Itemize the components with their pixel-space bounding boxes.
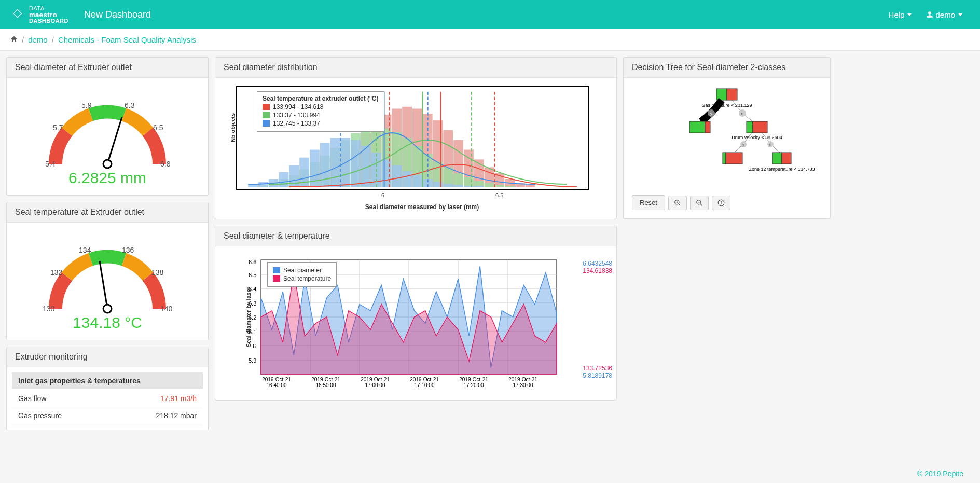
- y-axis-label: Nb objects: [230, 113, 236, 142]
- breadcrumb-home[interactable]: [10, 35, 18, 44]
- svg-point-23: [103, 160, 112, 168]
- help-menu[interactable]: Help: [881, 6, 919, 23]
- svg-rect-65: [351, 140, 361, 187]
- svg-rect-35: [248, 185, 258, 187]
- svg-text:138: 138: [151, 268, 164, 277]
- svg-rect-170: [705, 121, 710, 133]
- svg-text:2019-Oct-21: 2019-Oct-21: [459, 377, 488, 382]
- svg-rect-106: [494, 185, 504, 187]
- gauge-diameter-card: Seal diameter at Extruder outlet 5.4 5.7…: [6, 57, 209, 196]
- x-axis-label: Seal diameter measured by laser (mm): [236, 203, 608, 211]
- svg-rect-103: [485, 183, 494, 187]
- monitoring-row: Gas flow 17.91 m3/h: [12, 390, 203, 407]
- help-label: Help: [889, 10, 905, 19]
- svg-text:16:40:00: 16:40:00: [267, 382, 287, 388]
- svg-text:5.9: 5.9: [249, 357, 256, 364]
- svg-text:n: n: [741, 111, 743, 116]
- svg-point-11: [13, 13, 15, 15]
- monitoring-label: Gas pressure: [18, 411, 62, 420]
- svg-rect-163: [727, 89, 737, 100]
- svg-line-30: [100, 261, 107, 309]
- svg-point-3: [20, 12, 21, 13]
- card-title: Seal diameter & temperature: [215, 226, 616, 246]
- svg-text:17:00:00: 17:00:00: [365, 382, 385, 388]
- svg-text:132: 132: [50, 268, 63, 277]
- ts-right-value: 5.8189178: [583, 372, 612, 379]
- svg-rect-179: [726, 153, 742, 164]
- svg-text:6.3: 6.3: [125, 101, 135, 109]
- svg-text:2019-Oct-21: 2019-Oct-21: [410, 377, 439, 382]
- svg-rect-169: [689, 121, 705, 133]
- monitoring-row: Gas pressure 218.12 mbar: [12, 407, 203, 424]
- zoom-in-button[interactable]: [668, 196, 687, 210]
- svg-text:2019-Oct-21: 2019-Oct-21: [262, 377, 291, 382]
- extruder-monitoring-card: Extruder monitoring Inlet gas properties…: [6, 347, 209, 430]
- card-title: Seal diameter distribution: [215, 58, 616, 78]
- svg-text:Gas pressure < 231.129: Gas pressure < 231.129: [702, 103, 752, 108]
- logo-text: DATA maestro DASHBOARD: [29, 6, 68, 24]
- svg-text:2019-Oct-21: 2019-Oct-21: [311, 377, 340, 382]
- svg-rect-95: [453, 185, 463, 187]
- svg-text:y: y: [742, 143, 744, 147]
- svg-text:6.8: 6.8: [160, 160, 171, 168]
- svg-point-4: [21, 13, 22, 15]
- svg-point-31: [103, 305, 112, 313]
- svg-point-192: [721, 201, 721, 201]
- svg-line-22: [107, 117, 122, 164]
- svg-text:Zone 12 temperature < 134.733: Zone 12 temperature < 134.733: [749, 167, 815, 172]
- zoom-out-button[interactable]: [690, 196, 709, 210]
- monitoring-group-header: Inlet gas properties & temperatures: [12, 372, 203, 389]
- monitoring-label: Gas flow: [18, 394, 46, 403]
- zoom-in-icon: [674, 199, 681, 206]
- svg-point-7: [15, 11, 17, 12]
- svg-point-1: [18, 10, 19, 11]
- svg-point-13: [15, 15, 17, 16]
- svg-rect-44: [279, 172, 289, 187]
- svg-text:5.7: 5.7: [53, 123, 63, 132]
- breadcrumb-level1[interactable]: demo: [28, 35, 48, 44]
- svg-rect-77: [392, 165, 402, 187]
- breadcrumb-level2[interactable]: Chemicals - Foam Seal Quality Analysis: [58, 35, 196, 44]
- svg-text:6: 6: [253, 343, 256, 349]
- svg-rect-92: [443, 184, 453, 187]
- gauge-temperature-card: Seal temperature at Extruder outlet 130 …: [6, 202, 209, 340]
- logo[interactable]: DATA maestro DASHBOARD: [10, 6, 68, 24]
- svg-rect-97: [464, 177, 474, 187]
- decision-tree-card: Decision Tree for Seal diameter 2-classe…: [623, 57, 831, 219]
- ts-right-value: 134.61838: [583, 267, 612, 274]
- info-icon: [717, 199, 725, 206]
- svg-point-12: [14, 14, 16, 16]
- svg-rect-83: [412, 175, 422, 187]
- svg-text:136: 136: [122, 246, 134, 254]
- gauge-diameter-chart: 5.4 5.7 5.9 6.3 6.5 6.8: [30, 86, 185, 174]
- svg-text:6.5: 6.5: [249, 272, 256, 278]
- user-menu[interactable]: demo: [919, 6, 970, 23]
- timeseries-card: Seal diameter & temperature Seal diamete…: [215, 226, 617, 401]
- svg-rect-89: [433, 182, 443, 187]
- svg-rect-178: [723, 153, 726, 164]
- distribution-legend: Seal temperature at extruder outlet (°C)…: [257, 91, 384, 132]
- svg-point-2: [19, 11, 20, 12]
- info-button[interactable]: [712, 196, 730, 210]
- svg-text:2019-Oct-21: 2019-Oct-21: [508, 377, 537, 382]
- distribution-card: Seal diameter distribution Nb objects: [215, 57, 617, 219]
- monitoring-value: 17.91 m3/h: [160, 394, 197, 403]
- card-title: Decision Tree for Seal diameter 2-classe…: [624, 58, 830, 78]
- svg-point-6: [20, 14, 21, 16]
- svg-text:Drum velocity < 38.2604: Drum velocity < 38.2604: [731, 135, 782, 140]
- svg-text:2019-Oct-21: 2019-Oct-21: [361, 377, 390, 382]
- svg-text:17:10:00: 17:10:00: [415, 382, 435, 388]
- svg-text:17:30:00: 17:30:00: [513, 382, 533, 388]
- svg-rect-181: [782, 153, 791, 164]
- svg-point-8: [19, 15, 20, 16]
- svg-rect-94: [453, 173, 463, 187]
- svg-text:6.5: 6.5: [153, 123, 163, 132]
- svg-point-14: [16, 16, 18, 17]
- decision-tree-chart[interactable]: Gas pressure < 231.129 y n Drum velocity…: [633, 86, 820, 190]
- user-icon: [926, 11, 933, 18]
- svg-rect-162: [716, 89, 727, 100]
- reset-button[interactable]: Reset: [632, 195, 665, 210]
- svg-text:y: y: [710, 111, 712, 116]
- svg-point-15: [17, 17, 19, 18]
- svg-rect-59: [330, 138, 340, 187]
